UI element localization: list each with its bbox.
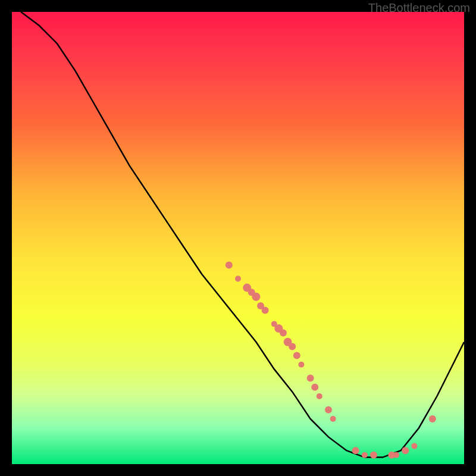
data-point bbox=[262, 307, 269, 314]
data-point bbox=[293, 352, 300, 359]
data-point bbox=[317, 393, 322, 399]
data-point bbox=[330, 416, 336, 422]
watermark-text: TheBottleneck.com bbox=[368, 1, 470, 15]
data-point bbox=[362, 452, 368, 458]
data-point bbox=[307, 375, 314, 382]
chart-container: TheBottleneck.com bbox=[0, 0, 476, 476]
axis-left bbox=[10, 12, 12, 466]
data-point bbox=[429, 415, 436, 422]
data-point bbox=[311, 384, 318, 391]
data-point bbox=[411, 443, 417, 449]
data-point bbox=[235, 275, 241, 281]
chart-svg bbox=[12, 12, 464, 464]
data-point bbox=[289, 343, 296, 350]
bottleneck-curve bbox=[21, 12, 464, 458]
data-point bbox=[226, 262, 233, 269]
data-points-group bbox=[226, 262, 436, 459]
data-point bbox=[252, 293, 260, 301]
data-point bbox=[393, 452, 399, 458]
data-point bbox=[298, 362, 304, 368]
axis-bottom bbox=[10, 464, 466, 466]
plot-area bbox=[12, 12, 464, 464]
data-point bbox=[402, 447, 409, 454]
data-point bbox=[325, 406, 332, 414]
data-point bbox=[280, 330, 287, 337]
data-point bbox=[370, 452, 377, 459]
data-point bbox=[352, 447, 359, 454]
